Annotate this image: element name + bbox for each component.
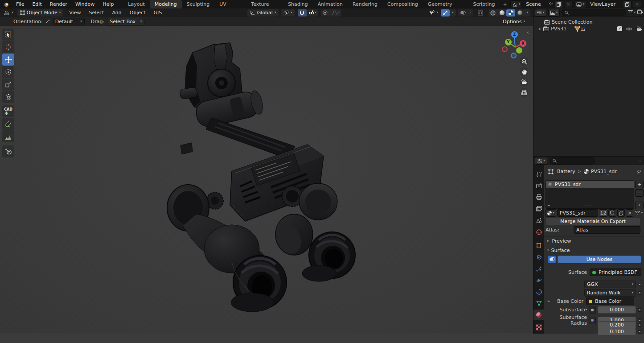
socket-decorator[interactable] [589, 306, 596, 314]
tab-world[interactable] [533, 227, 544, 237]
add-workspace-button[interactable]: + [500, 0, 510, 8]
expand-arrow-icon[interactable]: ► [539, 27, 541, 31]
editor-type-button[interactable]: ▾ [1, 9, 16, 17]
material-filter-dropdown[interactable]: ▾ [635, 211, 643, 215]
menu-help[interactable]: Help [98, 1, 118, 7]
new-viewlayer-button[interactable] [623, 0, 632, 8]
pvs31-model[interactable] [165, 39, 352, 318]
base-color-field[interactable]: Base Color [586, 298, 634, 305]
shading-solid-button[interactable] [497, 9, 506, 17]
animate-dot[interactable] [638, 308, 641, 312]
tab-render[interactable] [533, 180, 544, 191]
tool-scale[interactable] [2, 79, 14, 91]
tool-transform[interactable] [2, 91, 14, 103]
outliner-row-pvs31[interactable]: ► PVS31 12 ✓ [539, 26, 642, 32]
distribution-select[interactable]: GGX ▾ [584, 281, 636, 288]
gizmo-axis-y[interactable]: Y [505, 39, 512, 45]
pin-icon[interactable] [549, 1, 553, 7]
tab-object[interactable] [533, 240, 544, 251]
tab-particles[interactable] [533, 263, 544, 274]
menu-object[interactable]: Object [126, 10, 150, 16]
shading-rendered-button[interactable] [515, 9, 524, 17]
tool-cad-transform[interactable]: CAD [2, 105, 14, 117]
tab-physics[interactable] [533, 275, 544, 285]
tab-rendering[interactable]: Rendering [348, 0, 382, 8]
menu-file[interactable]: File [12, 1, 28, 7]
breadcrumb-object-name[interactable]: Battery [557, 169, 575, 174]
tab-output[interactable] [533, 192, 544, 202]
new-scene-button[interactable] [554, 0, 563, 8]
surface-panel-header[interactable]: ▾ Surface [544, 246, 644, 254]
outliner-search-input[interactable] [562, 9, 626, 16]
subsurface-slider[interactable]: 0.000 [598, 306, 636, 314]
tab-view-layer[interactable] [533, 203, 544, 214]
shading-dropdown[interactable]: ▾ [524, 9, 530, 17]
animate-dot[interactable] [638, 323, 641, 327]
viewport-3d[interactable]: CAD ‹ Z Y X [0, 26, 533, 333]
orientation-select[interactable]: Default ▾ [53, 18, 85, 25]
material-slot-row[interactable]: PVS31_sdr [546, 181, 634, 188]
material-name-field[interactable]: PVS31_sdr [557, 209, 598, 217]
scene-name[interactable]: Scene [523, 1, 547, 7]
zoom-button[interactable] [520, 57, 529, 66]
properties-search-input[interactable] [550, 157, 595, 165]
transform-orientation-dropdown[interactable]: Global ▾ [247, 9, 279, 17]
tab-modifiers[interactable] [533, 252, 544, 262]
tab-compositing[interactable]: Compositing [382, 0, 423, 8]
overlays-toggle[interactable] [458, 9, 467, 17]
gizmos-toggle[interactable] [441, 9, 450, 17]
proportional-edit-toggle[interactable] [321, 9, 330, 17]
use-nodes-button[interactable]: Use Nodes [558, 256, 641, 263]
delete-scene-button[interactable]: × [564, 0, 573, 8]
slot-expand-icon[interactable]: ► [548, 204, 550, 207]
tab-animation[interactable]: Animation [313, 0, 348, 8]
tool-measure[interactable] [2, 130, 14, 142]
breadcrumb-material-name[interactable]: PVS31_sdr [591, 169, 617, 174]
snap-toggle[interactable] [298, 9, 307, 17]
outliner-filter-image[interactable]: ▾ [548, 9, 560, 17]
proportional-falloff-dropdown[interactable]: ▾ [330, 9, 341, 17]
sss-method-select[interactable]: Random Walk ▾ [584, 289, 636, 297]
animate-dot[interactable] [638, 283, 641, 286]
list-resize-grip[interactable]: ···· [585, 204, 591, 208]
properties-options-dropdown[interactable]: ⌄ [639, 159, 641, 162]
add-slot-button[interactable]: + [635, 181, 644, 188]
outliner-display-mode[interactable]: ▾ [535, 9, 546, 17]
remove-slot-button[interactable]: − [635, 189, 644, 197]
tab-layout[interactable]: Layout [123, 0, 149, 8]
tab-texture[interactable] [533, 322, 544, 333]
animate-dot[interactable] [638, 291, 641, 295]
blender-logo-icon[interactable] [0, 2, 12, 7]
tool-select-box[interactable] [2, 29, 14, 41]
animate-dot[interactable] [638, 330, 641, 334]
xray-toggle[interactable] [476, 9, 485, 17]
expand-arrow-icon[interactable]: ► [548, 300, 550, 303]
menu-gis[interactable]: GIS [150, 10, 166, 16]
merge-materials-button[interactable]: Merge Materials On Export [546, 218, 640, 225]
tab-constraints[interactable] [533, 286, 544, 297]
tab-sculpting[interactable]: Sculpting [182, 0, 214, 8]
shading-wireframe-button[interactable] [488, 9, 497, 17]
slot-specials-button[interactable]: ▾ [635, 202, 644, 209]
tab-tool[interactable] [533, 169, 544, 179]
overlays-dropdown[interactable]: ▾ [467, 9, 473, 17]
tool-add-cube[interactable] [2, 145, 14, 157]
tab-modeling[interactable]: Modeling [150, 0, 182, 8]
show-gizmo-dropdown[interactable]: ▾ [426, 9, 441, 17]
surface-shader-field[interactable]: Principled BSDF [590, 269, 641, 276]
exclude-checkbox[interactable]: ✓ [617, 26, 622, 31]
unlink-material-button[interactable]: × [626, 209, 633, 217]
users-count-button[interactable]: 12 [599, 209, 607, 217]
remove-viewlayer-button[interactable]: × [633, 0, 641, 8]
fake-user-button[interactable] [608, 209, 616, 217]
properties-editor-type[interactable]: ▾ [535, 157, 547, 165]
menu-add[interactable]: Add [108, 10, 125, 16]
atlas-field[interactable]: Atlas [574, 226, 640, 234]
mode-selector[interactable]: Object Mode ▾ [17, 9, 64, 17]
tab-geometry-nodes[interactable]: Geometry Nodes [423, 0, 468, 8]
new-collection-button[interactable] [637, 9, 643, 16]
tool-cursor[interactable] [2, 41, 14, 53]
perspective-toggle-button[interactable] [520, 88, 529, 97]
pivot-point-dropdown[interactable]: ▾ [281, 9, 295, 17]
tab-texture-paint[interactable]: Texture Paint [246, 0, 283, 8]
